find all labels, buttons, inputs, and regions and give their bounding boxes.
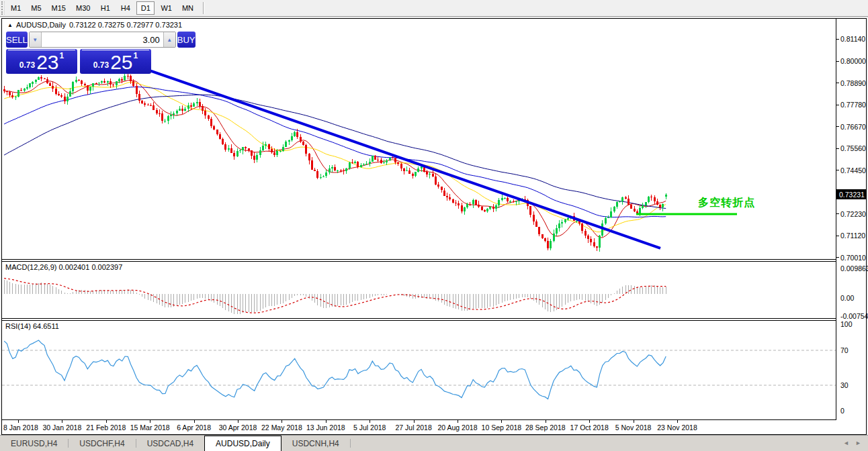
price-axis-tick	[836, 213, 839, 214]
chart-ohlc-values: 0.73122 0.73275 0.72977 0.73231	[69, 21, 182, 29]
date-axis-label: 27 Jul 2018	[395, 423, 431, 432]
price-axis-label: 0.81140	[840, 35, 865, 43]
tab-usdchf-h4[interactable]: USDCHF,H4	[69, 436, 135, 451]
date-axis-tick	[62, 420, 62, 423]
sell-button[interactable]: SELL	[6, 32, 28, 48]
price-axis-label: 0.80000	[840, 57, 866, 65]
tab-scroll-left-icon[interactable]: ◄	[843, 440, 849, 446]
volume-input[interactable]	[42, 32, 163, 47]
date-axis-tick	[677, 420, 678, 423]
price-axis-label: 0.78890	[840, 79, 866, 87]
current-price-badge: 0.73231	[836, 189, 867, 199]
date-axis-tick	[281, 420, 282, 423]
date-axis-tick	[501, 420, 502, 423]
date-axis-tick	[546, 420, 546, 423]
price-axis-label: 0.74450	[840, 166, 866, 174]
timeframe-button-w1[interactable]: W1	[157, 1, 176, 15]
timeframe-button-m1[interactable]: M1	[7, 1, 25, 15]
volume-decrease-icon[interactable]: ▼	[30, 32, 42, 47]
price-axis-tick	[836, 148, 839, 149]
timeframe-buttons: M1M5M15M30H1H4D1W1MN	[5, 1, 198, 15]
date-axis-tick	[238, 420, 238, 423]
date-axis-label: 10 Sep 2018	[482, 423, 522, 432]
price-axis-label: 0.76670	[840, 123, 866, 131]
date-axis-label: 28 Sep 2018	[525, 423, 566, 432]
tab-usdcad-h4[interactable]: USDCAD,H4	[136, 436, 204, 451]
rsi-indicator-label: RSI(14) 64.6511	[5, 322, 59, 330]
rsi-axis-label: 0	[840, 407, 844, 415]
volume-increase-icon[interactable]: ▲	[163, 32, 175, 47]
price-axis-tick	[836, 236, 839, 236]
chart-tabs: EURUSD,H4USDCHF,H4USDCAD,H4AUDUSD,DailyU…	[0, 436, 351, 451]
sell-price-pips: 23	[36, 51, 58, 74]
chart-window[interactable]: ▲ AUDUSD,Daily 0.73122 0.73275 0.72977 0…	[1, 18, 867, 435]
date-axis-tick	[106, 420, 107, 423]
price-axis-label: 0.71120	[840, 232, 865, 240]
price-axis-tick	[836, 83, 839, 83]
price-axis-tick	[836, 257, 839, 258]
buy-price-quote[interactable]: 0.73 25 1	[80, 49, 151, 74]
buy-price-prefix: 0.73	[93, 60, 109, 70]
price-axis-label: 0.72230	[840, 210, 866, 218]
tab-usdcnh-h4[interactable]: USDCNH,H4	[281, 436, 350, 451]
chart-text-annotation[interactable]: 多空转折点	[698, 196, 755, 210]
timeframe-button-d1[interactable]: D1	[136, 1, 155, 15]
timeframe-button-m15[interactable]: M15	[48, 1, 70, 15]
date-axis-label: 30 Apr 2018	[219, 423, 257, 432]
date-axis-label: 21 Feb 2018	[86, 423, 126, 432]
date-axis-tick	[458, 420, 458, 423]
date-axis-label: 20 Aug 2018	[438, 423, 478, 432]
sell-price-quote[interactable]: 0.73 23 1	[6, 49, 77, 74]
rsi-axis-label: 70	[840, 346, 849, 354]
date-axis-label: 22 May 2018	[261, 423, 302, 432]
timeframe-button-m30[interactable]: M30	[72, 1, 94, 15]
date-axis-label: 6 Apr 2018	[177, 423, 211, 432]
date-axis-label: 13 Jun 2018	[306, 423, 345, 432]
date-axis-label: 17 Oct 2018	[570, 423, 609, 432]
price-axis-label: 0.70010	[840, 254, 866, 262]
chart-title: ▲ AUDUSD,Daily 0.73122 0.73275 0.72977 0…	[7, 21, 182, 29]
date-axis-label: 5 Jul 2018	[353, 423, 386, 432]
one-click-trading-panel: SELL ▼ ▲ BUY 0.73 23 1 0.73 25 1	[6, 32, 151, 74]
date-axis-label: 30 Jan 2018	[42, 423, 81, 432]
chart-symbol-label: AUDUSD,Daily	[16, 21, 66, 29]
macd-axis-label: -0.007543	[840, 312, 868, 320]
date-axis-tick	[194, 420, 195, 423]
date-axis-label: 8 Jan 2018	[3, 423, 38, 432]
chart-tab-bar: EURUSD,H4USDCHF,H4USDCAD,H4AUDUSD,DailyU…	[0, 435, 868, 451]
macd-axis-label: 0.00	[840, 294, 854, 302]
price-axis-tick	[836, 61, 839, 62]
price-axis-label: 0.75560	[840, 144, 866, 152]
date-axis-label: 23 Nov 2018	[657, 423, 697, 432]
volume-spinner: ▼ ▲	[29, 32, 176, 48]
macd-axis-label: 0.009863	[840, 264, 868, 272]
tab-audusd-daily[interactable]: AUDUSD,Daily	[204, 436, 281, 451]
collapse-arrow-icon[interactable]: ▲	[7, 22, 13, 28]
sell-price-prefix: 0.73	[19, 60, 35, 70]
price-axis-tick	[836, 170, 839, 170]
timeframe-toolbar: M1M5M15M30H1H4D1W1MN	[0, 0, 868, 16]
price-axis-tick	[836, 39, 839, 40]
sell-price-point: 1	[60, 51, 64, 60]
timeframe-button-m5[interactable]: M5	[27, 1, 45, 15]
tab-scroll-right-icon[interactable]: ►	[855, 440, 861, 446]
macd-indicator-panel[interactable]	[2, 262, 836, 318]
price-axis[interactable]: 0.811400.800000.788900.777800.766700.755…	[836, 19, 866, 434]
date-axis-tick	[326, 420, 327, 423]
buy-button[interactable]: BUY	[177, 32, 196, 48]
buy-price-point: 1	[134, 51, 138, 60]
timeframe-button-h1[interactable]: H1	[96, 1, 114, 15]
date-axis-tick	[589, 420, 590, 423]
date-axis-label: 15 Mar 2018	[130, 423, 170, 432]
price-axis-tick	[836, 105, 839, 105]
rsi-indicator-panel[interactable]	[2, 321, 836, 419]
price-axis-label: 0.77780	[840, 101, 866, 109]
rsi-axis-label: 30	[840, 381, 849, 389]
tab-eurusd-h4[interactable]: EURUSD,H4	[0, 436, 68, 451]
price-axis-tick	[836, 126, 839, 127]
toolbar-separator	[203, 2, 204, 14]
timeframe-button-mn[interactable]: MN	[178, 1, 198, 15]
timeframe-button-h4[interactable]: H4	[116, 1, 134, 15]
macd-indicator-label: MACD(12,26,9) 0.002401 0.002397	[5, 263, 122, 271]
date-axis[interactable]: 8 Jan 201830 Jan 201821 Feb 201815 Mar 2…	[2, 419, 836, 434]
